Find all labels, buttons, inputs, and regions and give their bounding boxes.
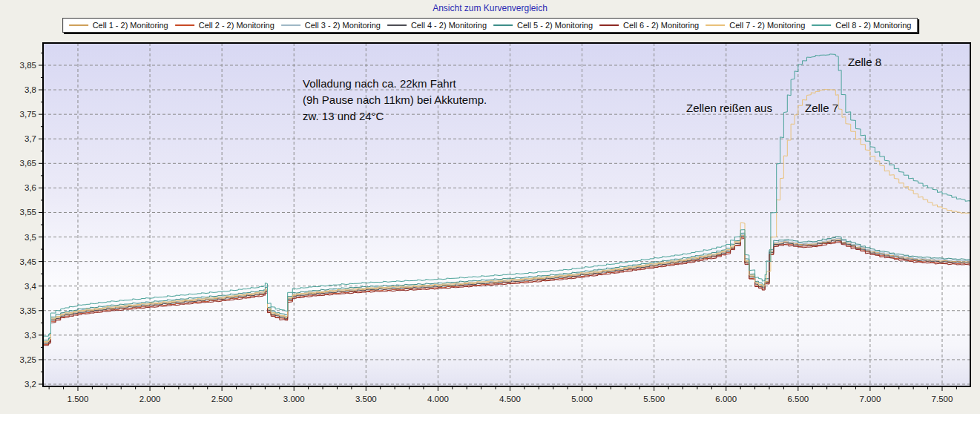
x-axis-tick-label: 6.500 xyxy=(787,395,809,403)
annotation-2: (9h Pause nach 11km) bei Akkutemp. xyxy=(303,93,487,106)
chart-panel: Ansicht zum Kurvenvergleich Cell 1 - 2) … xyxy=(0,0,980,414)
y-axis-tick-label: 3,8 xyxy=(24,85,36,94)
annotation-3: zw. 13 und 24°C xyxy=(303,110,384,122)
x-axis-tick-label: 2.500 xyxy=(211,395,233,403)
x-axis-tick-label: 5.500 xyxy=(643,395,665,403)
annotation-1: Volladung nach ca. 22km Fahrt xyxy=(303,77,456,90)
y-axis-tick-label: 3,45 xyxy=(20,257,36,266)
x-axis-tick-label: 3.500 xyxy=(355,395,377,403)
y-axis-tick-label: 3,65 xyxy=(20,159,36,168)
y-axis-tick-label: 3,7 xyxy=(24,134,36,143)
x-axis-tick-label: 4.000 xyxy=(427,395,449,403)
x-axis-tick-label: 1.500 xyxy=(68,395,89,403)
line-chart: 1.5002.0002.5003.0003.5004.0004.5005.000… xyxy=(0,0,980,445)
y-axis-tick-label: 3,5 xyxy=(24,233,36,242)
x-axis-tick-label: 6.000 xyxy=(715,395,737,403)
y-axis-tick-label: 3,55 xyxy=(20,208,36,217)
annotation-6: Zelle 8 xyxy=(848,56,881,68)
x-axis-tick-label: 7.500 xyxy=(932,395,953,403)
y-axis-tick-label: 3,25 xyxy=(20,355,36,364)
annotation-4: Zellen reißen aus xyxy=(686,102,772,114)
y-axis-tick-label: 3,85 xyxy=(20,61,36,70)
page: Ansicht zum Kurvenvergleich Cell 1 - 2) … xyxy=(0,0,980,445)
x-axis-tick-label: 4.500 xyxy=(499,395,521,403)
y-axis-tick-label: 3,6 xyxy=(24,183,36,192)
y-axis-tick-label: 3,35 xyxy=(20,306,36,315)
x-axis-tick-label: 7.000 xyxy=(860,395,881,403)
y-axis-tick-label: 3,4 xyxy=(24,282,37,291)
y-axis-tick-label: 3,75 xyxy=(20,110,36,119)
x-axis-tick-label: 2.000 xyxy=(139,395,161,403)
x-axis-tick-label: 5.000 xyxy=(571,395,593,403)
y-axis-tick-label: 3,3 xyxy=(24,331,36,340)
x-axis-tick-label: 3.000 xyxy=(283,395,305,403)
annotation-5: Zelle 7 xyxy=(805,102,838,114)
y-axis-tick-label: 3,2 xyxy=(24,380,36,389)
